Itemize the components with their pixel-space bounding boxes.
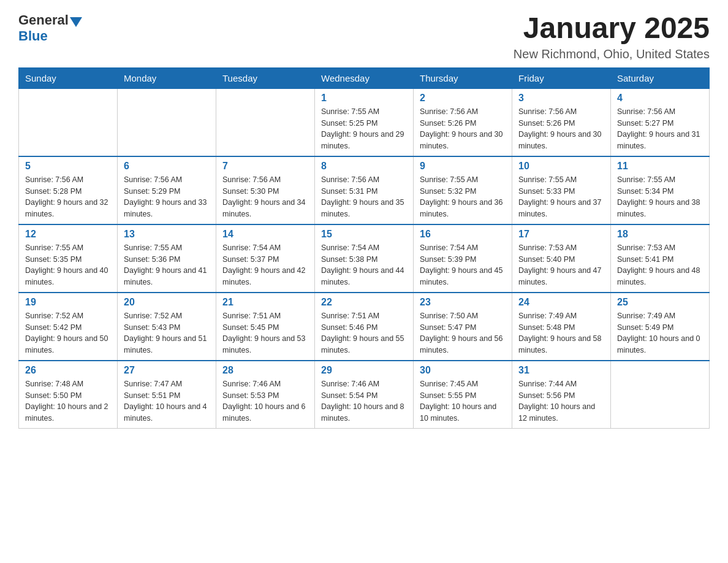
day-info: Sunrise: 7:49 AMSunset: 5:48 PMDaylight:… [518, 310, 604, 356]
day-info: Sunrise: 7:46 AMSunset: 5:54 PMDaylight:… [321, 378, 407, 424]
day-number: 9 [420, 161, 506, 172]
day-info: Sunrise: 7:50 AMSunset: 5:47 PMDaylight:… [420, 310, 506, 356]
day-number: 3 [518, 93, 604, 104]
calendar-cell: 29Sunrise: 7:46 AMSunset: 5:54 PMDayligh… [315, 361, 414, 429]
day-number: 27 [124, 365, 210, 376]
day-info: Sunrise: 7:51 AMSunset: 5:46 PMDaylight:… [321, 310, 407, 356]
day-info: Sunrise: 7:55 AMSunset: 5:32 PMDaylight:… [420, 174, 506, 220]
day-info: Sunrise: 7:55 AMSunset: 5:33 PMDaylight:… [518, 174, 604, 220]
weekday-header-thursday: Thursday [414, 67, 512, 88]
day-info: Sunrise: 7:52 AMSunset: 5:43 PMDaylight:… [124, 310, 210, 356]
calendar-cell: 27Sunrise: 7:47 AMSunset: 5:51 PMDayligh… [118, 361, 216, 429]
day-info: Sunrise: 7:55 AMSunset: 5:35 PMDaylight:… [25, 242, 111, 288]
calendar-week-row: 19Sunrise: 7:52 AMSunset: 5:42 PMDayligh… [19, 293, 710, 361]
day-number: 15 [321, 229, 407, 240]
page-header: General Blue January 2025 New Richmond, … [18, 12, 710, 61]
day-info: Sunrise: 7:55 AMSunset: 5:36 PMDaylight:… [124, 242, 210, 288]
calendar-cell: 8Sunrise: 7:56 AMSunset: 5:31 PMDaylight… [315, 156, 414, 224]
day-number: 13 [124, 229, 210, 240]
day-info: Sunrise: 7:52 AMSunset: 5:42 PMDaylight:… [25, 310, 111, 356]
calendar-cell: 20Sunrise: 7:52 AMSunset: 5:43 PMDayligh… [118, 293, 216, 361]
day-number: 5 [25, 161, 111, 172]
day-number: 28 [222, 365, 308, 376]
day-number: 18 [617, 229, 703, 240]
calendar-cell: 5Sunrise: 7:56 AMSunset: 5:28 PMDaylight… [19, 156, 118, 224]
day-info: Sunrise: 7:53 AMSunset: 5:40 PMDaylight:… [518, 242, 604, 288]
day-number: 29 [321, 365, 407, 376]
weekday-header-wednesday: Wednesday [315, 67, 414, 88]
day-number: 12 [25, 229, 111, 240]
day-info: Sunrise: 7:46 AMSunset: 5:53 PMDaylight:… [222, 378, 308, 424]
day-info: Sunrise: 7:56 AMSunset: 5:26 PMDaylight:… [518, 106, 604, 152]
day-number: 24 [518, 297, 604, 308]
calendar-cell: 19Sunrise: 7:52 AMSunset: 5:42 PMDayligh… [19, 293, 118, 361]
day-number: 16 [420, 229, 506, 240]
calendar-cell: 25Sunrise: 7:49 AMSunset: 5:49 PMDayligh… [611, 293, 710, 361]
calendar-cell: 10Sunrise: 7:55 AMSunset: 5:33 PMDayligh… [512, 156, 611, 224]
logo-general-text: General [18, 12, 69, 28]
day-info: Sunrise: 7:45 AMSunset: 5:55 PMDaylight:… [420, 378, 506, 424]
calendar-cell: 16Sunrise: 7:54 AMSunset: 5:39 PMDayligh… [414, 224, 512, 293]
calendar-cell [216, 88, 315, 156]
day-number: 6 [124, 161, 210, 172]
day-info: Sunrise: 7:55 AMSunset: 5:25 PMDaylight:… [321, 106, 407, 152]
calendar-cell: 23Sunrise: 7:50 AMSunset: 5:47 PMDayligh… [414, 293, 512, 361]
day-number: 19 [25, 297, 111, 308]
calendar-cell: 15Sunrise: 7:54 AMSunset: 5:38 PMDayligh… [315, 224, 414, 293]
logo-wordmark: General Blue [18, 12, 82, 44]
calendar-week-row: 12Sunrise: 7:55 AMSunset: 5:35 PMDayligh… [19, 224, 710, 293]
day-number: 31 [518, 365, 604, 376]
calendar-cell: 1Sunrise: 7:55 AMSunset: 5:25 PMDaylight… [315, 88, 414, 156]
calendar-cell: 9Sunrise: 7:55 AMSunset: 5:32 PMDaylight… [414, 156, 512, 224]
day-info: Sunrise: 7:56 AMSunset: 5:26 PMDaylight:… [420, 106, 506, 152]
calendar-cell: 13Sunrise: 7:55 AMSunset: 5:36 PMDayligh… [118, 224, 216, 293]
day-number: 20 [124, 297, 210, 308]
calendar-cell: 3Sunrise: 7:56 AMSunset: 5:26 PMDaylight… [512, 88, 611, 156]
calendar-table: SundayMondayTuesdayWednesdayThursdayFrid… [18, 67, 710, 429]
day-info: Sunrise: 7:56 AMSunset: 5:31 PMDaylight:… [321, 174, 407, 220]
calendar-cell: 28Sunrise: 7:46 AMSunset: 5:53 PMDayligh… [216, 361, 315, 429]
day-info: Sunrise: 7:44 AMSunset: 5:56 PMDaylight:… [518, 378, 604, 424]
logo-blue-text: Blue [18, 28, 48, 44]
day-number: 11 [617, 161, 703, 172]
day-number: 21 [222, 297, 308, 308]
day-number: 22 [321, 297, 407, 308]
day-number: 1 [321, 93, 407, 104]
weekday-header-tuesday: Tuesday [216, 67, 315, 88]
calendar-cell: 18Sunrise: 7:53 AMSunset: 5:41 PMDayligh… [611, 224, 710, 293]
calendar-cell: 17Sunrise: 7:53 AMSunset: 5:40 PMDayligh… [512, 224, 611, 293]
day-info: Sunrise: 7:56 AMSunset: 5:27 PMDaylight:… [617, 106, 703, 152]
day-number: 30 [420, 365, 506, 376]
weekday-header-row: SundayMondayTuesdayWednesdayThursdayFrid… [19, 67, 710, 88]
day-number: 7 [222, 161, 308, 172]
day-number: 8 [321, 161, 407, 172]
weekday-header-friday: Friday [512, 67, 611, 88]
calendar-cell: 6Sunrise: 7:56 AMSunset: 5:29 PMDaylight… [118, 156, 216, 224]
calendar-cell: 4Sunrise: 7:56 AMSunset: 5:27 PMDaylight… [611, 88, 710, 156]
calendar-cell [611, 361, 710, 429]
calendar-cell [19, 88, 118, 156]
day-info: Sunrise: 7:49 AMSunset: 5:49 PMDaylight:… [617, 310, 703, 356]
calendar-cell [118, 88, 216, 156]
day-number: 10 [518, 161, 604, 172]
day-number: 25 [617, 297, 703, 308]
calendar-cell: 12Sunrise: 7:55 AMSunset: 5:35 PMDayligh… [19, 224, 118, 293]
day-number: 23 [420, 297, 506, 308]
calendar-cell: 24Sunrise: 7:49 AMSunset: 5:48 PMDayligh… [512, 293, 611, 361]
logo-triangle-icon [70, 17, 82, 27]
day-info: Sunrise: 7:56 AMSunset: 5:28 PMDaylight:… [25, 174, 111, 220]
weekday-header-sunday: Sunday [19, 67, 118, 88]
calendar-cell: 2Sunrise: 7:56 AMSunset: 5:26 PMDaylight… [414, 88, 512, 156]
day-number: 2 [420, 93, 506, 104]
day-info: Sunrise: 7:55 AMSunset: 5:34 PMDaylight:… [617, 174, 703, 220]
day-info: Sunrise: 7:53 AMSunset: 5:41 PMDaylight:… [617, 242, 703, 288]
day-number: 4 [617, 93, 703, 104]
logo: General Blue [18, 12, 82, 44]
calendar-body: 1Sunrise: 7:55 AMSunset: 5:25 PMDaylight… [19, 88, 710, 428]
day-info: Sunrise: 7:56 AMSunset: 5:29 PMDaylight:… [124, 174, 210, 220]
day-number: 17 [518, 229, 604, 240]
calendar-cell: 7Sunrise: 7:56 AMSunset: 5:30 PMDaylight… [216, 156, 315, 224]
calendar-week-row: 5Sunrise: 7:56 AMSunset: 5:28 PMDaylight… [19, 156, 710, 224]
calendar-cell: 31Sunrise: 7:44 AMSunset: 5:56 PMDayligh… [512, 361, 611, 429]
day-info: Sunrise: 7:54 AMSunset: 5:38 PMDaylight:… [321, 242, 407, 288]
